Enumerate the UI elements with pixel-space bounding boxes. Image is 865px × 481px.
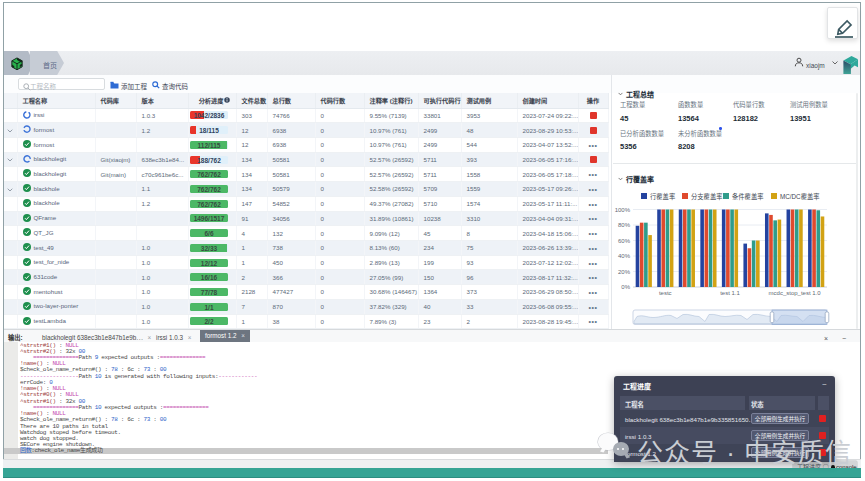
svg-text:0%: 0% (621, 284, 630, 290)
svg-text:testc: testc (659, 290, 672, 296)
svg-text:mcdc_stop_test 1.0: mcdc_stop_test 1.0 (769, 290, 822, 296)
svg-text:MC/DC覆盖率: MC/DC覆盖率 (780, 192, 820, 201)
svg-text:40%: 40% (618, 253, 631, 259)
svg-text:test 1.1: test 1.1 (720, 290, 740, 296)
svg-text:20%: 20% (618, 269, 631, 275)
svg-text:行覆盖率: 行覆盖率 (650, 192, 675, 201)
svg-text:条件覆盖率: 条件覆盖率 (732, 192, 763, 201)
svg-text:80%: 80% (618, 222, 631, 228)
svg-text:分支覆盖率: 分支覆盖率 (691, 192, 722, 201)
svg-text:100%: 100% (615, 207, 631, 213)
svg-text:60%: 60% (618, 238, 631, 244)
